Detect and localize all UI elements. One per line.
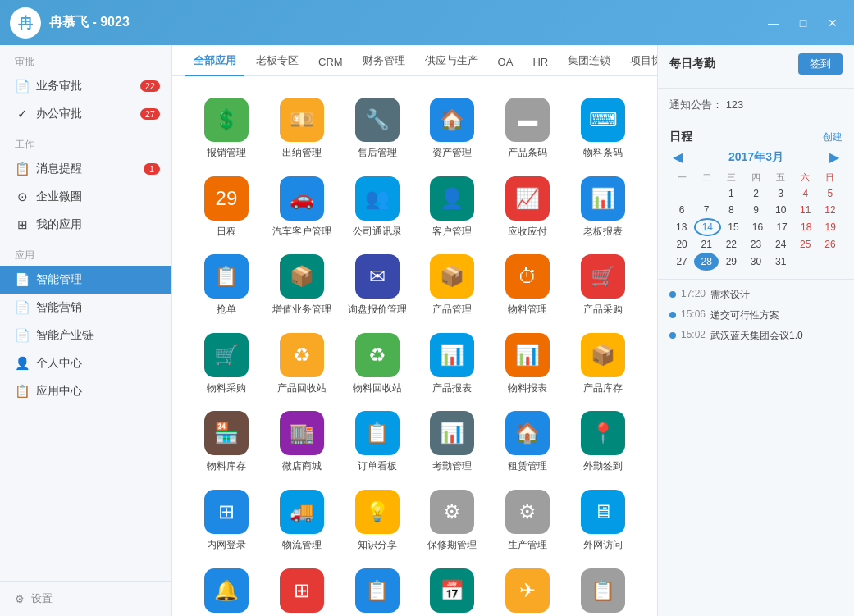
cal-day-0-2[interactable]: 1 (719, 185, 743, 202)
sidebar-item-smart-marketing[interactable]: 📄 智能营销 (0, 294, 171, 322)
app-item-order-board[interactable]: 📋 订单看板 (340, 403, 415, 478)
cal-day-3-2[interactable]: 22 (719, 236, 743, 253)
tab-finance[interactable]: 财务管理 (354, 45, 413, 76)
app-item-extranet[interactable]: 🖥 外网访问 (565, 481, 641, 557)
cal-day-1-0[interactable]: 6 (669, 202, 694, 218)
app-item-project-mgmt[interactable]: 📋 项目管理 (340, 560, 415, 616)
tab-group[interactable]: 集团连锁 (559, 45, 619, 76)
cal-day-2-1[interactable]: 14 (694, 218, 722, 236)
app-item-product-report[interactable]: 📊 产品报表 (414, 325, 490, 400)
sidebar-item-smart-management[interactable]: 📄 智能管理 (0, 266, 171, 294)
app-item-material-recycle[interactable]: ♻ 物料回收站 (340, 325, 415, 400)
sidebar-item-enterprise-wechat[interactable]: ⊙ 企业微圈 (0, 183, 171, 211)
cal-day-3-5[interactable]: 25 (793, 236, 818, 253)
sidebar-item-smart-industry[interactable]: 📄 智能产业链 (0, 322, 171, 349)
sidebar-item-my-apps[interactable]: ⊞ 我的应用 (0, 211, 171, 239)
app-item-inquiry[interactable]: ✉ 询盘报价管理 (340, 246, 415, 322)
app-item-customer[interactable]: 👤 客户管理 (414, 168, 490, 244)
tab-boss[interactable]: 老板专区 (248, 45, 307, 76)
app-item-micro-shop[interactable]: 🏬 微店商城 (264, 403, 340, 478)
app-item-tour-mgmt[interactable]: ✈ 差旅管理 (490, 560, 565, 616)
app-item-receivable[interactable]: 📈 应收应付 (490, 168, 565, 244)
app-item-car-crm[interactable]: 🚗 汽车客户管理 (264, 168, 340, 244)
cal-day-1-4[interactable]: 10 (769, 202, 793, 218)
cal-day-3-4[interactable]: 24 (769, 236, 793, 253)
app-item-payment[interactable]: 💴 出纳管理 (264, 89, 340, 165)
app-item-material-purchase[interactable]: 🛒 物料采购 (189, 325, 264, 400)
app-item-meeting-mgmt[interactable]: 📅 沅大视频管理 (414, 560, 490, 616)
cal-day-0-3[interactable]: 2 (743, 185, 768, 202)
tab-crm[interactable]: CRM (310, 48, 351, 76)
cal-day-4-1[interactable]: 28 (694, 253, 719, 271)
app-item-logistics[interactable]: 🚚 物流管理 (264, 481, 340, 557)
cal-day-0-6[interactable]: 5 (818, 185, 843, 202)
cal-day-1-1[interactable]: 7 (694, 202, 719, 218)
app-item-product-mgmt[interactable]: 📦 产品管理 (414, 246, 490, 322)
cal-day-2-5[interactable]: 18 (794, 218, 819, 236)
app-item-warranty[interactable]: ⚙ 保修期管理 (414, 481, 490, 557)
app-item-barcode[interactable]: ▬ 产品条码 (490, 89, 565, 165)
app-item-aftersales[interactable]: 🔧 售后管理 (340, 89, 415, 165)
close-button[interactable]: ✕ (821, 11, 844, 34)
app-item-assets[interactable]: 🏠 资产管理 (414, 89, 490, 165)
app-item-material-report[interactable]: 📊 物料报表 (490, 325, 565, 400)
app-item-notification[interactable]: 🔔 通知八牛 (189, 560, 264, 616)
app-item-grab-order[interactable]: 📋 抢单 (189, 246, 264, 322)
maximize-button[interactable]: □ (792, 11, 815, 34)
app-item-rental[interactable]: 🏠 租赁管理 (490, 403, 565, 478)
app-item-material-mgmt[interactable]: ⏱ 物料管理 (490, 246, 565, 322)
app-item-boss-report[interactable]: 📊 老板报表 (565, 168, 641, 244)
app-item-production[interactable]: ⚙ 生产管理 (490, 481, 565, 557)
app-item-office365[interactable]: ⊞ 大牛办公... (264, 560, 340, 616)
cal-day-4-3[interactable]: 30 (743, 253, 768, 271)
cal-day-2-3[interactable]: 16 (746, 218, 770, 236)
app-item-value-added[interactable]: 📦 增值业务管理 (264, 246, 340, 322)
cal-day-4-0[interactable]: 27 (669, 253, 694, 271)
sidebar-item-personal-center[interactable]: 👤 个人中心 (0, 349, 171, 377)
cal-day-2-4[interactable]: 17 (770, 218, 794, 236)
tab-oa[interactable]: OA (490, 48, 522, 76)
sidebar-item-business-approval[interactable]: 📄 业务审批 22 (0, 72, 171, 100)
app-item-knowledge[interactable]: 💡 知识分享 (340, 481, 415, 557)
cal-day-2-2[interactable]: 15 (721, 218, 746, 236)
cal-day-0-5[interactable]: 4 (793, 185, 818, 202)
app-item-product-inventory[interactable]: 📦 产品库存 (565, 325, 641, 400)
sidebar-item-app-center[interactable]: 📋 应用中心 (0, 377, 171, 405)
app-item-finance-mgmt[interactable]: 📋 结账管理 (565, 560, 641, 616)
next-month-button[interactable]: ▶ (826, 149, 843, 165)
app-item-contacts[interactable]: 👥 公司通讯录 (340, 168, 415, 244)
cal-day-3-3[interactable]: 23 (743, 236, 768, 253)
cal-day-2-0[interactable]: 13 (669, 218, 694, 236)
tab-all[interactable]: 全部应用 (185, 45, 244, 76)
cal-day-1-5[interactable]: 11 (793, 202, 818, 218)
tab-supply[interactable]: 供应与生产 (417, 45, 486, 76)
app-item-schedule[interactable]: 29 日程 (189, 168, 264, 244)
app-item-field-checkin[interactable]: 📍 外勤签到 (565, 403, 641, 478)
cal-day-1-3[interactable]: 9 (743, 202, 768, 218)
app-item-attendance[interactable]: 📊 考勤管理 (414, 403, 490, 478)
minimize-button[interactable]: — (762, 11, 785, 34)
cal-day-3-0[interactable]: 20 (669, 236, 694, 253)
cal-day-3-1[interactable]: 21 (694, 236, 719, 253)
app-item-intranet[interactable]: ⊞ 内网登录 (189, 481, 264, 557)
cal-day-4-2[interactable]: 29 (719, 253, 743, 271)
tab-hr[interactable]: HR (524, 48, 556, 76)
cal-day-1-6[interactable]: 12 (818, 202, 843, 218)
app-item-material-barcode[interactable]: ⌨ 物料条码 (565, 89, 641, 165)
tab-project[interactable]: 项目协同 (622, 45, 657, 76)
cal-day-0-4[interactable]: 3 (769, 185, 793, 202)
app-item-product-recycle-station[interactable]: ♻ 产品回收站 (264, 325, 340, 400)
sign-in-button[interactable]: 签到 (798, 53, 843, 75)
cal-day-3-6[interactable]: 26 (818, 236, 843, 253)
cal-day-4-4[interactable]: 31 (769, 253, 793, 271)
sidebar-item-message-reminder[interactable]: 📋 消息提醒 1 (0, 155, 171, 183)
app-item-material-inventory[interactable]: 🏪 物料库存 (189, 403, 264, 478)
app-item-expense[interactable]: 💲 报销管理 (189, 89, 264, 165)
cal-day-1-2[interactable]: 8 (719, 202, 743, 218)
prev-month-button[interactable]: ◀ (669, 149, 686, 165)
app-item-product-purchase[interactable]: 🛒 产品采购 (565, 246, 641, 322)
create-schedule-button[interactable]: 创建 (823, 130, 843, 144)
settings-item[interactable]: ⚙ 设置 (0, 581, 171, 616)
cal-day-2-6[interactable]: 19 (818, 218, 843, 236)
sidebar-item-office-approval[interactable]: ✓ 办公审批 27 (0, 100, 171, 128)
